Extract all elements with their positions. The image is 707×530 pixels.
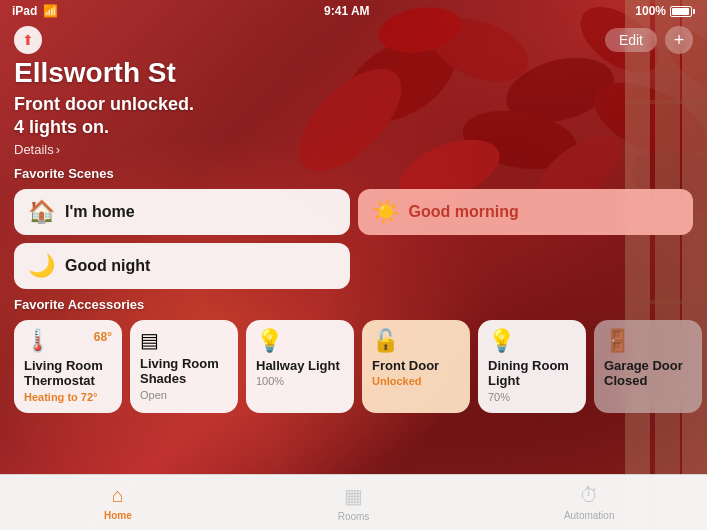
- tab-home-icon: ⌂: [112, 484, 124, 507]
- shades-status: Open: [140, 389, 228, 401]
- details-label: Details: [14, 142, 54, 157]
- accessories-scroll[interactable]: 🌡️ 68° Living Room Thermostat Heating to…: [0, 320, 707, 413]
- home-subtitle: Front door unlocked. 4 lights on.: [14, 93, 693, 140]
- thermostat-name: Living Room Thermostat: [24, 358, 112, 389]
- status-bar: iPad 📶 9:41 AM 100%: [0, 0, 707, 22]
- tab-bar: ⌂ Home ▦ Rooms ⏱ Automation: [0, 474, 707, 530]
- dining-light-icon: 💡: [488, 330, 515, 352]
- header-top: ⬆ Edit +: [14, 26, 693, 54]
- accessory-dining-light[interactable]: 💡 Dining Room Light 70%: [478, 320, 586, 413]
- dining-light-status: 70%: [488, 391, 576, 403]
- status-right: 100%: [635, 4, 695, 18]
- edit-button[interactable]: Edit: [605, 28, 657, 52]
- accessory-shades[interactable]: ▤ Living Room Shades Open: [130, 320, 238, 413]
- shades-name: Living Room Shades: [140, 356, 228, 387]
- wifi-icon: 📶: [43, 4, 58, 18]
- garage-door-name: Garage Door Closed: [604, 358, 692, 389]
- tab-automation[interactable]: ⏱ Automation: [471, 475, 707, 530]
- hallway-light-name: Hallway Light: [256, 358, 344, 374]
- scene-good-morning-icon: ☀️: [372, 201, 399, 223]
- garage-door-icon: 🚪: [604, 330, 631, 352]
- scene-good-morning-label: Good morning: [409, 203, 519, 221]
- accessories-section-label: Favorite Accessories: [0, 297, 707, 312]
- accessory-front-door[interactable]: 🔓 Front Door Unlocked: [362, 320, 470, 413]
- acc-icon-row-garage: 🚪: [604, 330, 692, 352]
- add-button[interactable]: +: [665, 26, 693, 54]
- front-door-icon: 🔓: [372, 330, 399, 352]
- tab-automation-icon: ⏱: [579, 484, 599, 507]
- tab-rooms-label: Rooms: [338, 511, 370, 522]
- front-door-name: Front Door: [372, 358, 460, 374]
- thermostat-icon: 🌡️: [24, 330, 51, 352]
- header: ⬆ Edit + Ellsworth St Front door unlocke…: [0, 22, 707, 166]
- status-time: 9:41 AM: [324, 4, 370, 18]
- location-icon[interactable]: ⬆: [14, 26, 42, 54]
- battery-icon: [670, 6, 695, 17]
- scenes-section-label: Favorite Scenes: [0, 166, 707, 181]
- acc-icon-row-thermostat: 🌡️ 68°: [24, 330, 112, 352]
- acc-icon-row-hallway: 💡: [256, 330, 344, 352]
- tab-rooms[interactable]: ▦ Rooms: [236, 475, 472, 530]
- scene-good-night-label: Good night: [65, 257, 150, 275]
- ipad-label: iPad: [12, 4, 37, 18]
- scene-good-morning[interactable]: ☀️ Good morning: [358, 189, 694, 235]
- thermostat-status: Heating to 72°: [24, 391, 112, 403]
- header-actions: Edit +: [605, 26, 693, 54]
- tab-home[interactable]: ⌂ Home: [0, 475, 236, 530]
- subtitle-line1: Front door unlocked.: [14, 94, 194, 114]
- front-door-status: Unlocked: [372, 375, 460, 387]
- dining-light-name: Dining Room Light: [488, 358, 576, 389]
- battery-percent: 100%: [635, 4, 666, 18]
- hallway-light-status: 100%: [256, 375, 344, 387]
- scene-im-home[interactable]: 🏠 I'm home: [14, 189, 350, 235]
- scene-good-night[interactable]: 🌙 Good night: [14, 243, 350, 289]
- scene-im-home-icon: 🏠: [28, 201, 55, 223]
- thermostat-badge: 68°: [94, 330, 112, 344]
- acc-icon-row-shades: ▤: [140, 330, 228, 350]
- accessory-garage-door[interactable]: 🚪 Garage Door Closed: [594, 320, 702, 413]
- details-chevron: ›: [56, 142, 60, 157]
- subtitle-line2: 4 lights on.: [14, 117, 109, 137]
- scenes-grid: 🏠 I'm home ☀️ Good morning 🌙 Good night: [0, 189, 707, 289]
- tab-automation-label: Automation: [564, 510, 615, 521]
- accessory-hallway-light[interactable]: 💡 Hallway Light 100%: [246, 320, 354, 413]
- accessories-row: 🌡️ 68° Living Room Thermostat Heating to…: [0, 320, 707, 413]
- tab-home-label: Home: [104, 510, 132, 521]
- hallway-light-icon: 💡: [256, 330, 283, 352]
- details-link[interactable]: Details ›: [14, 142, 60, 157]
- tab-rooms-icon: ▦: [344, 484, 363, 508]
- home-name: Ellsworth St: [14, 58, 693, 89]
- scene-im-home-label: I'm home: [65, 203, 135, 221]
- scene-good-night-icon: 🌙: [28, 255, 55, 277]
- accessory-thermostat[interactable]: 🌡️ 68° Living Room Thermostat Heating to…: [14, 320, 122, 413]
- acc-icon-row-dining: 💡: [488, 330, 576, 352]
- acc-icon-row-door: 🔓: [372, 330, 460, 352]
- shades-icon: ▤: [140, 330, 159, 350]
- status-left: iPad 📶: [12, 4, 58, 18]
